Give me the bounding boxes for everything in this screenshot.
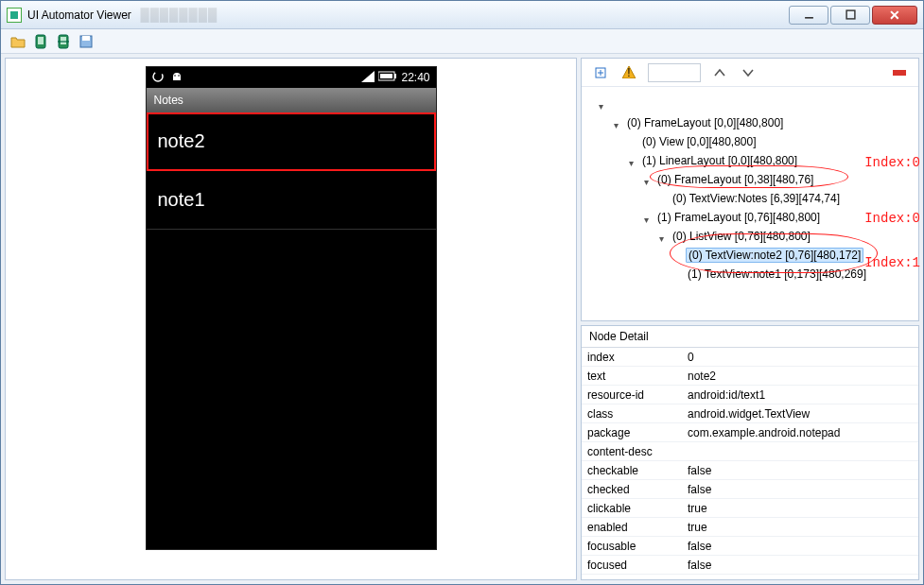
minimize-button[interactable] [789, 6, 828, 25]
phone-list: note2note1 [147, 112, 436, 230]
detail-value: false [684, 540, 918, 553]
node-detail-pane: Node Detail index0textnote2resource-idan… [581, 325, 919, 580]
detail-row: index0 [582, 348, 918, 367]
detail-row: content-desc [582, 442, 918, 461]
tree-row-label: (0) TextView:Notes [6,39][474,74] [671, 192, 842, 205]
actionbar-title: Notes [154, 94, 183, 107]
tree-row-label: (0) TextView:note2 [0,76][480,172] [686, 248, 863, 263]
detail-row: focusedfalse [582, 556, 918, 575]
phone-actionbar: Notes [147, 88, 436, 112]
tree-row[interactable]: (1) TextView:note1 [0,173][480,269] [585, 265, 915, 284]
svg-rect-8 [82, 36, 90, 41]
close-button[interactable]: ✕ [872, 6, 917, 25]
tree-row[interactable]: (0) FrameLayout [0,0][480,800] [585, 113, 915, 132]
detail-key: package [582, 426, 684, 439]
detail-value: note2 [684, 370, 918, 383]
detail-key: index [582, 351, 684, 364]
clock-text: 22:40 [401, 71, 429, 84]
svg-text:!: ! [627, 66, 630, 78]
tree-expand-icon[interactable] [644, 213, 654, 222]
detail-key: checked [582, 483, 684, 496]
detail-row: packagecom.example.android.notepad [582, 423, 918, 442]
clear-search-icon[interactable] [890, 63, 909, 82]
svg-rect-14 [394, 74, 396, 78]
tree-row-label: (0) ListView [0,76][480,800] [671, 230, 812, 243]
tree-expand-icon[interactable] [644, 175, 654, 184]
tree-row-label: (1) TextView:note1 [0,173][480,269] [686, 267, 868, 281]
device-screenshot-icon[interactable] [31, 32, 50, 51]
wait-icon [152, 71, 164, 85]
tree-row-label: (1) LinearLayout [0,0][480,800] [640, 154, 799, 167]
svg-rect-5 [61, 37, 66, 44]
tree-expand-icon[interactable] [614, 118, 623, 128]
detail-key: focusable [582, 540, 684, 553]
window-buttons: ✕ [789, 6, 917, 25]
detail-row: checkedfalse [582, 480, 918, 499]
tree-row-label: (1) FrameLayout [0,76][480,800] [655, 211, 822, 224]
tree-row[interactable]: (1) LinearLayout [0,0][480,800] [585, 151, 915, 170]
svg-point-9 [153, 72, 163, 81]
phone-list-item[interactable]: note2 [147, 112, 436, 171]
detail-key: resource-id [582, 388, 684, 402]
detail-key: class [582, 407, 684, 421]
tree-row[interactable]: (0) TextView:Notes [6,39][474,74] [585, 189, 915, 208]
detail-row: textnote2 [582, 367, 918, 386]
node-detail-title: Node Detail [582, 326, 918, 348]
detail-row: resource-idandroid:id/text1 [582, 386, 918, 404]
tree-row[interactable]: (0) FrameLayout [0,38][480,76] [585, 170, 915, 189]
svg-rect-19 [893, 70, 906, 76]
detail-value: false [684, 464, 918, 477]
detail-value: true [684, 502, 918, 515]
detail-value: false [684, 559, 918, 572]
phone-statusbar: 22:40 [147, 67, 436, 88]
detail-value: 0 [684, 351, 918, 364]
detail-key: focused [582, 559, 684, 572]
maximize-button[interactable] [830, 6, 870, 25]
tree-toolbar: ! [582, 59, 918, 87]
tree-body[interactable]: Index:0 Index:0 Index:1 (0) FrameLayout … [582, 87, 918, 320]
battery-icon [378, 71, 397, 84]
detail-key: text [582, 370, 684, 383]
prev-match-icon[interactable] [710, 63, 729, 82]
detail-value: false [684, 483, 918, 496]
titlebar: UI Automator Viewer ████████ ✕ [1, 1, 923, 29]
detail-value: false [684, 577, 918, 580]
tree-row[interactable]: (0) TextView:note2 [0,76][480,172] [585, 246, 915, 265]
phone-list-item[interactable]: note1 [147, 171, 436, 230]
svg-point-11 [178, 75, 180, 77]
svg-rect-3 [38, 37, 44, 44]
tree-row[interactable] [585, 95, 915, 113]
open-icon[interactable] [9, 32, 27, 51]
svg-rect-1 [846, 10, 855, 19]
detail-key: clickable [582, 502, 684, 515]
app-icon [7, 8, 22, 23]
screenshot-pane: 22:40 Notes note2note1 [5, 58, 577, 580]
tree-row[interactable]: (1) FrameLayout [0,76][480,800] [585, 208, 915, 227]
detail-row: scrollablefalse [582, 575, 918, 579]
phone-screenshot: 22:40 Notes note2note1 [146, 66, 437, 550]
toggle-naf-icon[interactable]: ! [619, 63, 638, 82]
tree-row-label: (0) FrameLayout [0,0][480,800] [625, 116, 785, 129]
window-title: UI Automator Viewer ████████ [27, 8, 789, 22]
detail-row: enabledtrue [582, 518, 918, 537]
detail-row: focusablefalse [582, 537, 918, 556]
app-window: UI Automator Viewer ████████ ✕ [0, 0, 924, 585]
save-icon[interactable] [77, 32, 96, 51]
device-screenshot-compressed-icon[interactable] [54, 32, 73, 51]
tree-row[interactable]: (0) ListView [0,76][480,800] [585, 227, 915, 246]
detail-key: enabled [582, 521, 684, 534]
tree-search-input[interactable] [648, 63, 701, 82]
right-pane: ! Index:0 Ind [581, 58, 919, 580]
expand-all-icon[interactable] [591, 63, 610, 82]
next-match-icon[interactable] [739, 63, 758, 82]
tree-row[interactable]: (0) View [0,0][480,800] [585, 132, 915, 151]
detail-key: content-desc [582, 445, 684, 458]
detail-value: android:id/text1 [684, 388, 918, 402]
tree-expand-icon[interactable] [599, 99, 608, 109]
node-detail-body[interactable]: index0textnote2resource-idandroid:id/tex… [582, 348, 918, 579]
detail-value: android.widget.TextView [684, 407, 918, 421]
detail-row: classandroid.widget.TextView [582, 404, 918, 423]
tree-expand-icon[interactable] [659, 232, 669, 241]
main-toolbar [1, 29, 923, 54]
tree-expand-icon[interactable] [629, 156, 638, 165]
